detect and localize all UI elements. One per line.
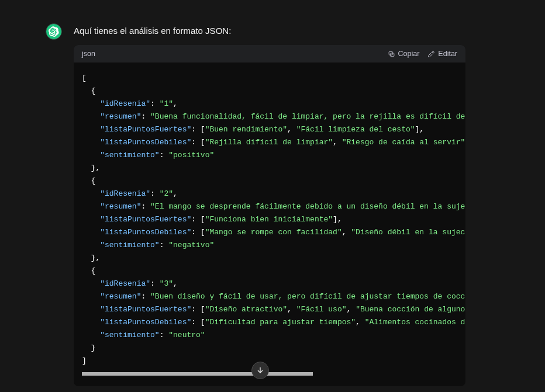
code-content: [ { "idResenia": "1", "resumen": "Buena …: [74, 72, 465, 367]
assistant-avatar: [46, 23, 62, 40]
scroll-down-button[interactable]: [251, 362, 269, 379]
code-body[interactable]: [ { "idResenia": "1", "resumen": "Buena …: [74, 63, 465, 386]
intro-text: Aquí tienes el análisis en formato JSON:: [74, 26, 465, 36]
assistant-message: Aquí tienes el análisis en formato JSON:…: [74, 23, 483, 386]
code-header: json Copiar Editar: [74, 45, 465, 63]
edit-icon: [427, 50, 435, 58]
horizontal-scrollbar-thumb[interactable]: [82, 372, 313, 376]
copy-button[interactable]: Copiar: [388, 50, 420, 58]
code-language-label: json: [82, 50, 95, 58]
code-block: json Copiar Editar [ { "idResenia": "1",…: [74, 45, 465, 386]
edit-label: Editar: [438, 50, 457, 58]
copy-icon: [388, 50, 395, 58]
openai-logo-icon: [49, 26, 59, 37]
arrow-down-icon: [256, 366, 265, 375]
edit-button[interactable]: Editar: [427, 50, 457, 58]
copy-label: Copiar: [398, 50, 420, 58]
horizontal-scrollbar[interactable]: [82, 372, 457, 376]
